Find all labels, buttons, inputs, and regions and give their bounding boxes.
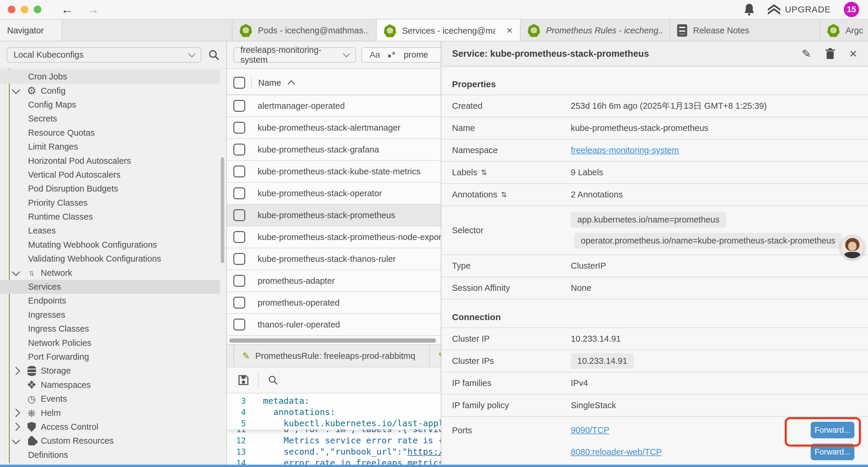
close-tab-icon[interactable]: ✕	[506, 26, 513, 35]
sidebar-item-label: Ingresses	[28, 310, 65, 320]
sidebar-search-icon[interactable]	[208, 49, 220, 61]
sidebar-item-config[interactable]: Config	[0, 84, 220, 97]
close-window-button[interactable]	[8, 6, 16, 13]
save-icon[interactable]	[238, 374, 249, 386]
sidebar-item-mutating-webhook-configurations[interactable]: Mutating Webhook Configurations	[0, 238, 220, 252]
sidebar-item-storage[interactable]: Storage	[0, 364, 220, 378]
row-checkbox[interactable]	[234, 187, 245, 199]
chevron-right-icon[interactable]	[12, 409, 20, 417]
row-checkbox[interactable]	[234, 231, 245, 243]
floating-avatar[interactable]	[840, 235, 864, 260]
notifications-bell-icon[interactable]	[744, 3, 755, 16]
table-row-prometheus-adapter[interactable]: prometheus-adapter	[227, 270, 441, 292]
navigator-tab[interactable]: Navigator	[0, 20, 62, 41]
sidebar-item-ingress-classes[interactable]: Ingress Classes	[0, 322, 220, 336]
port-link[interactable]: 8080:reloader-web/TCP	[571, 447, 662, 457]
sidebar-item-pod-disruption-budgets[interactable]: Pod Disruption Budgets	[0, 182, 220, 196]
chevron-down-icon[interactable]	[12, 268, 20, 276]
sidebar-item-endpoints[interactable]: Endpoints	[0, 294, 220, 308]
sidebar-scrollbar[interactable]	[221, 157, 224, 263]
row-checkbox[interactable]	[234, 319, 245, 330]
table-row-kube-prometheus-stack-thanos-ruler[interactable]: kube-prometheus-stack-thanos-ruler	[227, 248, 441, 270]
table-row-kube-prometheus-stack-kube-state-metrics[interactable]: kube-prometheus-stack-kube-state-metrics	[227, 161, 441, 183]
back-button[interactable]: ←	[61, 3, 73, 16]
sidebar-item-config-maps[interactable]: Config Maps	[0, 98, 220, 112]
sidebar-item-ingresses[interactable]: Ingresses	[0, 308, 220, 322]
sidebar-item-resource-quotas[interactable]: Resource Quotas	[0, 126, 220, 140]
select-all-checkbox[interactable]	[234, 77, 245, 89]
port-link[interactable]: 9090/TCP	[571, 425, 610, 435]
expand-toggle-icon[interactable]: ⇅	[501, 191, 507, 199]
sidebar-item-runtime-classes[interactable]: Runtime Classes	[0, 210, 220, 224]
upgrade-button[interactable]: UPGRADE	[768, 4, 831, 15]
sidebar-item-limit-ranges[interactable]: Limit Ranges	[0, 140, 220, 154]
row-checkbox[interactable]	[234, 209, 245, 221]
sidebar-item-port-forwarding[interactable]: Port Forwarding	[0, 350, 220, 364]
close-icon[interactable]: ✕	[849, 48, 858, 60]
sidebar-item-namespaces[interactable]: Namespaces	[0, 378, 220, 392]
list-search-input[interactable]: Aa * prome	[361, 47, 441, 63]
namespace-filter-select[interactable]: freeleaps-monitoring-system	[234, 47, 356, 63]
table-row-kube-prometheus-stack-alertmanager[interactable]: kube-prometheus-stack-alertmanager	[227, 117, 441, 139]
row-checkbox[interactable]	[234, 122, 245, 134]
sidebar-item-events[interactable]: Events	[0, 392, 220, 406]
table-row-kube-prometheus-stack-prometheus[interactable]: kube-prometheus-stack-prometheus	[227, 205, 441, 226]
chevron-down-icon[interactable]	[12, 436, 20, 444]
edit-pencil-icon[interactable]: ✎	[802, 47, 811, 60]
row-checkbox[interactable]	[234, 166, 245, 177]
match-case-toggle[interactable]: Aa	[370, 50, 380, 60]
chevron-right-icon[interactable]	[12, 423, 20, 431]
forward-button[interactable]: →	[87, 3, 99, 16]
notification-badge[interactable]: 15	[844, 2, 859, 17]
zoom-window-button[interactable]	[34, 6, 41, 13]
chevron-right-icon[interactable]	[12, 367, 20, 375]
tab-prometheus-rules-icecheng[interactable]: ☸Prometheus Rules - icecheng...	[521, 20, 670, 41]
sidebar-item-cron-jobs[interactable]: Cron Jobs	[0, 70, 220, 84]
sidebar-item-priority-classes[interactable]: Priority Classes	[0, 196, 220, 210]
row-checkbox[interactable]	[234, 253, 245, 265]
regex-toggle[interactable]: *	[388, 50, 395, 59]
tab-services-icecheng-math[interactable]: ☸Services - icecheng@math...✕	[377, 20, 521, 41]
expand-toggle-icon[interactable]: ⇅	[481, 168, 487, 177]
sidebar-item-custom-resources[interactable]: Custom Resources	[0, 434, 220, 448]
sidebar-item-definitions[interactable]: Definitions	[0, 448, 220, 462]
table-row-kube-prometheus-stack-grafana[interactable]: kube-prometheus-stack-grafana	[227, 139, 441, 161]
minimize-window-button[interactable]	[21, 6, 28, 13]
sidebar-item-network-policies[interactable]: Network Policies	[0, 336, 220, 350]
row-checkbox[interactable]	[234, 297, 245, 309]
sidebar-item-leases[interactable]: Leases	[0, 224, 220, 238]
editor-tab-prometheusrule[interactable]: ✎ PrometheusRule: freeleaps-prod-rabbitm…	[234, 345, 430, 367]
namespace-link[interactable]: freeleaps-monitoring-system	[571, 145, 679, 155]
kubeconfig-selector[interactable]: Local Kubeconfigs	[6, 47, 202, 63]
row-checkbox[interactable]	[234, 100, 245, 112]
table-row-alertmanager-operated[interactable]: alertmanager-operated	[227, 95, 441, 117]
yaml-editor[interactable]: 3metadata:4annotations:5kubectl.kubernet…	[227, 394, 441, 465]
port-forward-button[interactable]: Forward...	[811, 444, 855, 460]
tab-pods-icecheng-mathmas[interactable]: ☸Pods - icecheng@mathmas...	[232, 20, 377, 41]
table-row-kube-prometheus-stack-operator[interactable]: kube-prometheus-stack-operator	[227, 183, 441, 205]
sidebar-item-access-control[interactable]: Access Control	[0, 420, 220, 434]
sidebar-item-network[interactable]: Network	[0, 266, 220, 280]
table-horizontal-scrollbar[interactable]	[229, 339, 436, 343]
sidebar-item-horizontal-pod-autoscalers[interactable]: Horizontal Pod Autoscalers	[0, 154, 220, 168]
sidebar-item-helm[interactable]: Helm	[0, 406, 220, 420]
row-checkbox[interactable]	[234, 275, 245, 287]
code-link[interactable]: https://net	[407, 447, 441, 457]
row-checkbox[interactable]	[234, 144, 245, 155]
editor-tab-clipped[interactable]: ✎	[430, 345, 441, 367]
sidebar-item-services[interactable]: Services	[0, 280, 220, 294]
table-row-thanos-ruler-operated[interactable]: thanos-ruler-operated	[227, 314, 441, 336]
name-column-header[interactable]: Name	[258, 78, 281, 88]
sidebar-item-vertical-pod-autoscalers[interactable]: Vertical Pod Autoscalers	[0, 168, 220, 182]
table-row-prometheus-operated[interactable]: prometheus-operated	[227, 292, 441, 314]
tab-argo-se[interactable]: ☸Argo Se	[820, 20, 868, 41]
sidebar-item-validating-webhook-configurations[interactable]: Validating Webhook Configurations	[0, 252, 220, 266]
delete-trash-icon[interactable]	[826, 48, 835, 59]
tab-release-notes[interactable]: Release Notes	[670, 20, 820, 41]
editor-search-icon[interactable]	[268, 375, 278, 385]
sort-ascending-icon[interactable]	[288, 80, 295, 87]
port-forward-button[interactable]: Forward...	[811, 422, 855, 438]
sidebar-item-secrets[interactable]: Secrets	[0, 112, 220, 126]
table-row-kube-prometheus-stack-prometheus-node-ex[interactable]: kube-prometheus-stack-prometheus-node-ex…	[227, 226, 441, 248]
chevron-down-icon[interactable]	[12, 86, 20, 94]
